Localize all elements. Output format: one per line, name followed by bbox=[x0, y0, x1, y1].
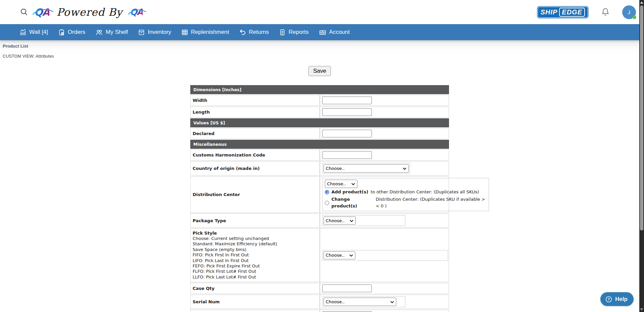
section-header: Dimensions [Inches] bbox=[190, 85, 449, 94]
chevron-down-icon bbox=[350, 218, 353, 223]
field-label: Serial Num bbox=[190, 295, 320, 309]
chevron-down-icon bbox=[349, 253, 353, 258]
field-label: Country of origin (made in) bbox=[190, 161, 320, 176]
chevron-down-icon bbox=[403, 166, 406, 171]
nav-item-account[interactable]: Account bbox=[319, 29, 350, 36]
field-input-cell bbox=[320, 95, 449, 106]
field-input-cell: Choose.. bbox=[320, 295, 449, 309]
scrollbar-thumb[interactable] bbox=[640, 5, 643, 231]
avatar[interactable]: J bbox=[622, 5, 636, 19]
scroll-down-arrow-icon[interactable] bbox=[640, 308, 643, 311]
qa-logo-secondary: QA bbox=[130, 7, 143, 17]
radio-option: Change product(s) Distribution Center: (… bbox=[325, 196, 486, 209]
table-row: Width bbox=[190, 95, 449, 106]
country-of-origin-select-container: Choose.. bbox=[322, 163, 410, 174]
clipboard-clock-icon bbox=[58, 29, 65, 36]
bar-chart-icon bbox=[19, 29, 27, 36]
powered-by-text: Powered By bbox=[57, 6, 122, 18]
save-button[interactable]: Save bbox=[308, 66, 331, 76]
undo-arrow-icon bbox=[239, 29, 246, 36]
nav-item-wall[interactable]: Wall [4] bbox=[19, 29, 48, 36]
document-icon bbox=[279, 29, 286, 36]
table-row: Serial NumChoose.. bbox=[190, 295, 449, 309]
radio-option-title: Add product(s) bbox=[332, 189, 368, 195]
field-input-cell bbox=[320, 149, 449, 161]
select-value: Choose.. bbox=[326, 299, 345, 304]
field-input-cell bbox=[320, 310, 449, 312]
qa-logo-text: QA bbox=[130, 7, 143, 17]
serial-num-select[interactable]: Choose.. bbox=[324, 298, 396, 306]
table-row: Dimensions [Inches] bbox=[190, 85, 449, 94]
pick-style-select[interactable]: Choose.. bbox=[324, 251, 355, 259]
nav-item-replenishment[interactable]: Replenishment bbox=[181, 29, 229, 36]
svg-text:?: ? bbox=[608, 297, 610, 301]
distribution-center-select[interactable]: Choose.. bbox=[325, 180, 357, 188]
serial-num-select-container: Choose.. bbox=[322, 296, 405, 307]
attributes-table: Dimensions [Inches]WidthLengthValues [US… bbox=[190, 84, 449, 312]
avatar-initial: J bbox=[628, 9, 631, 15]
custom-view-label: CUSTOM VIEW: Attributes bbox=[0, 49, 639, 59]
distribution-center-container: Choose..Add product(s) to other Distribu… bbox=[322, 178, 489, 211]
nav-item-label: Wall [4] bbox=[29, 29, 48, 36]
search-icon[interactable] bbox=[20, 8, 28, 16]
table-row: Pick StyleChoose: Current setting unchan… bbox=[190, 228, 449, 282]
radio-option: Add product(s) to other Distribution Cen… bbox=[325, 189, 479, 195]
declared-input[interactable] bbox=[322, 130, 372, 137]
pick-style-select-container: Choose.. bbox=[322, 250, 448, 261]
nav-item-returns[interactable]: Returns bbox=[239, 29, 269, 36]
country-of-origin-select[interactable]: Choose.. bbox=[324, 164, 409, 173]
field-input-cell bbox=[320, 283, 449, 294]
customs-harmonization-code-input[interactable] bbox=[322, 151, 372, 159]
length-input[interactable] bbox=[322, 108, 372, 116]
card-icon bbox=[319, 29, 327, 36]
box-icon bbox=[138, 29, 145, 36]
field-label: Model Num bbox=[190, 310, 320, 312]
page: QA Powered By QA SHIP EDGE J Wall [4]Ord… bbox=[0, 0, 644, 312]
shipedge-logo[interactable]: SHIP EDGE bbox=[537, 6, 589, 18]
qa-logo-text: QA bbox=[34, 6, 49, 18]
nav-item-reports[interactable]: Reports bbox=[279, 29, 309, 36]
help-button-label: Help bbox=[615, 296, 628, 303]
table-row: Length bbox=[190, 107, 449, 118]
field-label: Pick StyleChoose: Current setting unchan… bbox=[190, 228, 320, 282]
nav-item-my-shelf[interactable]: My Shelf bbox=[95, 29, 128, 36]
package-type-select[interactable]: Choose.. bbox=[324, 216, 356, 225]
scroll-up-arrow-icon[interactable] bbox=[640, 1, 643, 4]
content-area: Product List CUSTOM VIEW: Attributes Sav… bbox=[0, 40, 639, 312]
radio-change-products[interactable] bbox=[325, 201, 329, 205]
people-icon bbox=[95, 29, 103, 36]
nav-item-inventory[interactable]: Inventory bbox=[138, 29, 171, 36]
vertical-scrollbar[interactable] bbox=[639, 0, 644, 312]
radio-option-description: to other Distribution Center: (Duplicate… bbox=[370, 189, 479, 195]
width-input[interactable] bbox=[322, 97, 372, 104]
main-nav: Wall [4]OrdersMy ShelfInventoryReplenish… bbox=[0, 24, 644, 40]
nav-item-orders[interactable]: Orders bbox=[58, 29, 85, 36]
notifications-bell-icon[interactable] bbox=[601, 7, 610, 17]
field-input-cell: Choose.. bbox=[320, 228, 449, 282]
field-label: Declared bbox=[190, 128, 320, 139]
field-label: Width bbox=[190, 95, 320, 106]
field-label: Length bbox=[190, 107, 320, 118]
nav-item-label: Replenishment bbox=[191, 29, 229, 36]
field-label: Package Type bbox=[190, 213, 320, 228]
nav-item-label: Orders bbox=[68, 29, 85, 36]
radio-add-products[interactable] bbox=[325, 190, 329, 194]
select-value: Choose.. bbox=[326, 253, 345, 258]
case-qty-input[interactable] bbox=[322, 285, 372, 292]
qa-logo: QA bbox=[34, 6, 49, 18]
radio-option-title: Change product(s) bbox=[332, 196, 374, 209]
breadcrumb-product-list[interactable]: Product List bbox=[0, 40, 28, 49]
nav-item-label: Returns bbox=[249, 29, 269, 36]
app-header: QA Powered By QA SHIP EDGE J bbox=[0, 0, 644, 24]
field-input-cell: Choose.. bbox=[320, 213, 449, 228]
field-input-cell: Choose.. bbox=[320, 161, 449, 176]
select-value: Choose.. bbox=[326, 218, 345, 223]
table-row: Package TypeChoose.. bbox=[190, 213, 449, 228]
nav-item-label: My Shelf bbox=[106, 29, 128, 36]
field-input-cell bbox=[320, 107, 449, 118]
field-label: Distribution Center bbox=[190, 176, 320, 213]
table-row: Customs Harmonization Code bbox=[190, 149, 449, 161]
attributes-table-body: Dimensions [Inches]WidthLengthValues [US… bbox=[190, 85, 449, 312]
help-button[interactable]: ? Help bbox=[600, 292, 634, 306]
help-icon: ? bbox=[605, 296, 612, 303]
